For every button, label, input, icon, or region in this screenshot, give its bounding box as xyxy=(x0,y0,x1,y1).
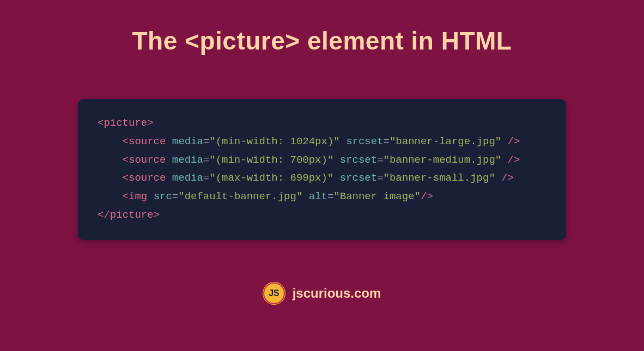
code-line: </picture> xyxy=(98,206,546,225)
code-line: <source media="(min-width: 700px)" srcse… xyxy=(98,151,546,170)
logo-icon: JS xyxy=(263,282,285,304)
page-title: The <picture> element in HTML xyxy=(132,26,512,56)
code-line: <source media="(max-width: 699px)" srcse… xyxy=(98,169,546,188)
footer: JS jscurious.com xyxy=(263,282,381,304)
code-line: <img src="default-banner.jpg" alt="Banne… xyxy=(98,188,546,206)
code-line: <picture> xyxy=(98,114,546,133)
code-line: <source media="(min-width: 1024px)" srcs… xyxy=(98,133,546,151)
site-name: jscurious.com xyxy=(293,286,381,301)
code-block: <picture> <source media="(min-width: 102… xyxy=(78,99,566,240)
